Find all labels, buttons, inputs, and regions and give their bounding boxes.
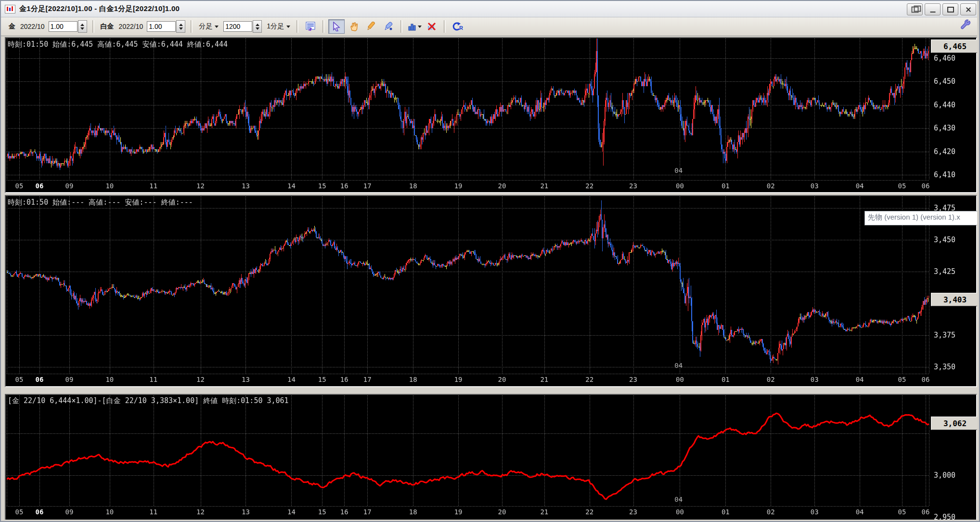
gold-label: 金 (9, 22, 15, 31)
delete-chart-button[interactable] (424, 19, 440, 34)
maximize-button[interactable] (942, 3, 958, 15)
chart-style-button[interactable] (406, 19, 423, 34)
chart-grid-icon (305, 22, 316, 31)
gold-current-price: 6,465 (931, 39, 979, 53)
toolbar: 金 2022/10 白金 2022/10 分足 1分足 (1, 17, 979, 36)
marker-icon (383, 22, 394, 31)
chart-grid-button[interactable] (302, 19, 319, 34)
window-title: 金1分足[2022/10]1.00 - 白金1分足[2022/10]1.00 (19, 4, 180, 13)
spread-current-price: 3,062 (931, 417, 979, 430)
cursor-tool-button[interactable] (328, 19, 345, 34)
bar-count-spinner[interactable] (253, 20, 262, 33)
platinum-chart-panel[interactable] (5, 195, 977, 387)
platinum-month[interactable]: 2022/10 (119, 23, 143, 30)
minimize-button[interactable] (925, 3, 941, 15)
cursor-icon (332, 22, 341, 31)
hand-icon (349, 22, 359, 31)
settings-wrench-button[interactable] (960, 19, 972, 34)
close-button[interactable] (960, 3, 976, 15)
delete-chart-icon (426, 22, 437, 31)
filename-tooltip: 先物 (version 1) (version 1).x (864, 211, 980, 225)
gold-multiplier-input[interactable] (49, 21, 77, 32)
bar-type-dropdown[interactable]: 分足 (196, 21, 221, 32)
pan-tool-button[interactable] (346, 19, 362, 34)
title-bar: 金1分足[2022/10]1.00 - 白金1分足[2022/10]1.00 (1, 1, 979, 17)
pencil-icon (366, 22, 376, 31)
platinum-label: 白金 (101, 22, 114, 31)
platinum-multiplier-spinner[interactable] (176, 20, 185, 33)
chevron-down-icon (418, 26, 422, 28)
interval-dropdown[interactable]: 1分足 (264, 21, 293, 32)
svg-text:R: R (459, 25, 463, 31)
gold-multiplier-spinner[interactable] (78, 20, 87, 33)
draw-marker-button[interactable] (380, 19, 397, 34)
gold-month[interactable]: 2022/10 (20, 23, 45, 30)
chevron-down-icon (286, 26, 290, 28)
spread-chart-panel[interactable] (5, 394, 977, 522)
gold-chart-panel[interactable] (5, 37, 977, 193)
draw-line-button[interactable] (363, 19, 379, 34)
app-window: 金1分足[2022/10]1.00 - 白金1分足[2022/10]1.00 金… (0, 0, 980, 522)
chevron-down-icon (215, 26, 219, 28)
platinum-multiplier-input[interactable] (147, 21, 176, 32)
cr-reload-icon: R (452, 22, 464, 31)
wrench-icon (960, 19, 972, 32)
cr-reload-button[interactable]: R (450, 19, 466, 34)
bar-chart-icon (408, 22, 416, 31)
bar-count-input[interactable] (223, 21, 252, 32)
platinum-current-price: 3,403 (931, 293, 979, 306)
restore-window-button[interactable] (907, 3, 923, 15)
candlestick-app-icon (5, 5, 15, 13)
